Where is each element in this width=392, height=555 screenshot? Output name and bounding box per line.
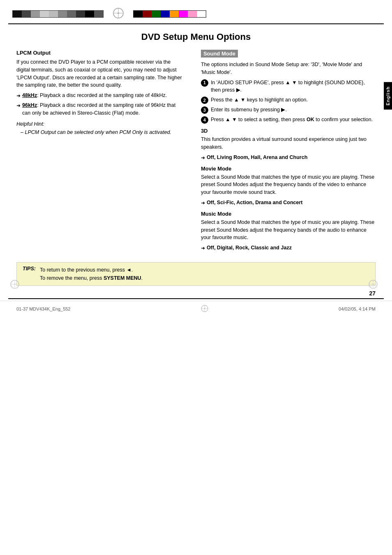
step-1: 1 In 'AUDIO SETUP PAGE', press ▲ ▼ to hi…: [201, 79, 376, 94]
lpcm-intro: If you connect the DVD Player to a PCM c…: [16, 58, 183, 89]
step-num-2: 2: [201, 97, 208, 104]
arrow-icon-music: ➜: [201, 244, 205, 252]
arrow-icon-movie: ➜: [201, 199, 205, 207]
music-mode-options: ➜ Off, Digital, Rock, Classic and Jazz: [201, 244, 376, 252]
tips-content: To return to the previous menu, press ◄.…: [40, 266, 143, 282]
lpcm-48khz: ➜ 48kHz: Playback a disc recorded at the…: [16, 92, 183, 99]
svg-point-7: [14, 284, 16, 285]
3d-options: ➜ Off, Living Room, Hall, Arena and Chur…: [201, 154, 376, 161]
page-number: 27: [0, 290, 376, 297]
top-bar: [0, 0, 392, 20]
hint-label: Helpful Hint:: [16, 120, 183, 128]
3d-body: This function provides a virtual surroun…: [201, 136, 376, 151]
movie-mode-heading: Movie Mode: [201, 166, 376, 172]
arrow-icon-3d: ➜: [201, 154, 205, 161]
movie-mode-options-text: Off, Sci-Fic, Action, Drama and Concert: [207, 199, 303, 207]
footer: 01-37 MDV434K_Eng_552 04/02/05, 4:14 PM: [0, 301, 392, 317]
sidebar-english-label: English: [384, 82, 392, 110]
tips-line-1: To return to the previous menu, press ◄.: [40, 266, 143, 274]
music-mode-heading: Music Mode: [201, 211, 376, 217]
step-2: 2 Press the ▲ ▼ keys to highlight an opt…: [201, 96, 376, 104]
music-mode-body: Select a Sound Mode that matches the typ…: [201, 219, 376, 242]
hint-text: – LPCM Output can be selected only when …: [21, 129, 183, 136]
left-column: LPCM Output If you connect the DVD Playe…: [16, 50, 187, 254]
footer-right: 04/02/05, 4:14 PM: [339, 306, 376, 311]
music-mode-options-text: Off, Digital, Rock, Classic and Jazz: [207, 244, 292, 252]
arrow-icon-96khz: ➜: [16, 102, 21, 109]
right-column: Sound Mode The options included in Sound…: [199, 50, 376, 254]
sound-mode-intro: The options included in Sound Mode Setup…: [201, 61, 376, 76]
step-4-text: Press ▲ ▼ to select a setting, then pres…: [211, 116, 376, 124]
step-4: 4 Press ▲ ▼ to select a setting, then pr…: [201, 116, 376, 124]
svg-point-3: [118, 12, 119, 14]
svg-point-15: [204, 308, 205, 309]
arrow-icon-48khz: ➜: [16, 92, 21, 99]
step-3: 3 Enter its submenu by pressing ▶.: [201, 106, 376, 114]
lpcm-96khz-text: 96kHz: Playback a disc recorded at the s…: [22, 101, 183, 117]
footer-center-compass: [201, 304, 209, 313]
steps-list: 1 In 'AUDIO SETUP PAGE', press ▲ ▼ to hi…: [201, 79, 376, 124]
two-column-layout: LPCM Output If you connect the DVD Playe…: [16, 50, 376, 254]
page-title: DVD Setup Menu Options: [16, 32, 376, 42]
movie-mode-body: Select a Sound Mode that matches the typ…: [201, 173, 376, 196]
step-num-1: 1: [201, 79, 208, 87]
step-2-text: Press the ▲ ▼ keys to highlight an optio…: [211, 96, 376, 104]
tips-line-2: To remove the menu, press SYSTEM MENU.: [40, 274, 143, 282]
lpcm-heading: LPCM Output: [16, 50, 183, 56]
step-1-text: In 'AUDIO SETUP PAGE', press ▲ ▼ to high…: [211, 79, 376, 94]
lpcm-48khz-text: 48kHz: Playback a disc recorded at the s…: [22, 92, 167, 99]
page-border-bottom: [8, 298, 384, 299]
step-3-text: Enter its submenu by pressing ▶.: [211, 106, 376, 114]
tips-label: TIPS:: [23, 266, 36, 272]
left-compass-icon: [10, 279, 20, 290]
compass-icon: [113, 7, 124, 20]
left-color-strip: [12, 10, 104, 18]
step-num-3: 3: [201, 106, 208, 114]
step-num-4: 4: [201, 116, 208, 124]
3d-heading: 3D: [201, 128, 376, 134]
right-compass-icon: [368, 279, 378, 290]
lpcm-96khz: ➜ 96kHz: Playback a disc recorded at the…: [16, 101, 183, 117]
tips-box: TIPS: To return to the previous menu, pr…: [16, 262, 376, 286]
footer-left: 01-37 MDV434K_Eng_552: [16, 306, 70, 311]
right-color-strip: [133, 10, 206, 18]
movie-mode-options: ➜ Off, Sci-Fic, Action, Drama and Concer…: [201, 199, 376, 207]
page-border-top: [8, 23, 384, 24]
sound-mode-heading: Sound Mode: [201, 50, 238, 58]
svg-point-11: [373, 284, 374, 285]
3d-options-text: Off, Living Room, Hall, Arena and Church: [207, 154, 307, 161]
